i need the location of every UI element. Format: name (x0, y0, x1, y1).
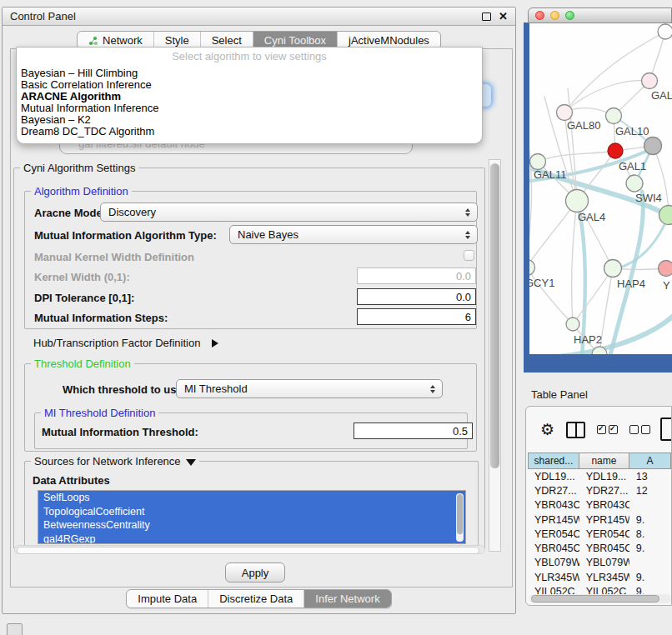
network-node[interactable] (644, 138, 662, 155)
aracne-mode-value: Discovery (101, 206, 461, 218)
table-row[interactable]: YLR345WYLR345W9. (528, 570, 671, 584)
split-columns-icon[interactable] (566, 422, 585, 438)
node-label: GCY1 (529, 277, 554, 289)
network-node-hap4[interactable] (604, 260, 622, 278)
algorithm-definition-legend: Algorithm Definition (31, 185, 132, 198)
stepper-arrows-icon (461, 208, 474, 217)
data-attributes-list[interactable]: SelfLoopsTopologicalCoefficientBetweenne… (38, 490, 466, 544)
table-cell: YPR145W (579, 512, 629, 527)
table-cell: YLR345W (528, 570, 579, 584)
table-row[interactable]: YER054CYER054C8. (528, 527, 671, 541)
algorithm-option[interactable]: Mutual Information Inference (17, 102, 482, 114)
dpi-tolerance-input[interactable]: 0.0 (357, 288, 476, 305)
algorithm-definition-group: Algorithm Definition Aracne Mode: Discov… (24, 191, 477, 329)
network-node-swi4[interactable] (626, 175, 643, 192)
close-traffic-light[interactable] (535, 11, 544, 20)
network-edge (529, 123, 532, 268)
float-window-icon[interactable] (482, 12, 491, 21)
network-node-gal11[interactable] (530, 154, 546, 170)
algorithm-option[interactable]: Bayesian – K2 (17, 114, 482, 126)
table-horizontal-scrollbar[interactable] (529, 594, 671, 603)
table-cell: YLR345W (579, 570, 629, 584)
table-cell: YPR145W (528, 512, 579, 527)
network-node-y[interactable] (659, 261, 672, 277)
table-cell: YBL079W (579, 556, 629, 570)
deselect-all-columns-icon[interactable] (629, 425, 650, 434)
node-label: GAL11 (534, 168, 567, 181)
zoom-traffic-light[interactable] (565, 11, 574, 20)
mi-type-combo[interactable]: Naive Bayes (229, 225, 478, 244)
hub-definition-label: Hub/Transcription Factor Definition (33, 337, 200, 349)
attribute-item[interactable]: TopologicalCoefficient (38, 505, 465, 519)
table-row[interactable]: YIL052CYIL052C9. (528, 584, 671, 594)
sources-legend[interactable]: Sources for Network Inference (31, 455, 199, 468)
network-node-gal80[interactable] (557, 105, 573, 121)
close-icon[interactable]: ✕ (499, 12, 508, 21)
attribute-item[interactable]: gal4RGexp (38, 532, 465, 545)
algorithm-option[interactable]: Bayesian – Hill Climbing (17, 68, 482, 79)
table-cell: YDL19... (528, 469, 579, 483)
attribute-item[interactable]: SelfLoops (38, 491, 465, 505)
algorithm-option[interactable]: Dream8 DC_TDC Algorithm (17, 126, 482, 138)
column-header[interactable]: name (579, 452, 629, 469)
settings-group-legend: Cyni Algorithm Settings (20, 162, 138, 174)
settings-horizontal-scrollbar[interactable] (14, 545, 485, 554)
manual-kernel-checkbox[interactable] (464, 250, 474, 261)
table-cell: YDL19... (579, 469, 629, 483)
mi-steps-input[interactable]: 6 (357, 308, 476, 325)
mi-type-label: Mutual Information Algorithm Type: (34, 229, 217, 242)
network-node[interactable] (659, 206, 672, 225)
which-threshold-combo[interactable]: MI Threshold (176, 379, 443, 398)
kernel-width-input[interactable]: 0.0 (357, 268, 476, 284)
minimize-traffic-light[interactable] (550, 11, 559, 20)
network-node-gal10[interactable] (606, 108, 622, 124)
attribute-item[interactable]: BetweennessCentrality (38, 518, 465, 532)
column-header[interactable]: shared... (528, 452, 579, 469)
table-row[interactable]: YDR27...YDR27...12 (528, 483, 671, 498)
node-label: HAP2 (574, 333, 602, 346)
network-node[interactable] (658, 24, 672, 39)
settings-vertical-scrollbar[interactable] (489, 159, 501, 552)
cyni-bottom-tabbar: Impute DataDiscretize DataInfer Network (3, 589, 515, 608)
table-cell: YBR045C (528, 541, 579, 555)
aracne-mode-combo[interactable]: Discovery (100, 202, 478, 222)
network-node-gal1[interactable] (608, 143, 623, 158)
table-row[interactable]: YBR045CYBR045C9. (528, 541, 671, 555)
tab-impute-data[interactable]: Impute Data (127, 590, 208, 608)
tab-discretize-data[interactable]: Discretize Data (208, 590, 304, 608)
algorithm-option[interactable]: ARACNE Algorithm (17, 91, 482, 102)
network-canvas-area[interactable]: GALGAL80GAL10GAL1GAL11SWI4GAL4GCY1HAP4YH… (529, 23, 672, 354)
bottom-corner-widget[interactable] (7, 623, 23, 635)
export-table-icon[interactable] (660, 418, 672, 441)
apply-button[interactable]: Apply (225, 562, 285, 582)
table-row[interactable]: YDL19...YDL19...13 (528, 469, 671, 483)
attributes-list-scrollbar[interactable] (456, 493, 464, 542)
table-header-row: shared...nameA (528, 452, 671, 469)
mi-threshold-input[interactable]: 0.5 (354, 422, 473, 439)
gear-icon[interactable]: ⚙ (540, 422, 554, 438)
threshold-definition-group: Threshold Definition Which threshold to … (24, 363, 477, 452)
table-cell: YDR27... (528, 483, 579, 498)
select-all-columns-icon[interactable] (597, 425, 618, 434)
algorithm-dropdown-list: Select algorithm to view settings Bayesi… (16, 47, 483, 144)
network-tab-icon (88, 36, 98, 46)
network-node-gal[interactable] (642, 73, 658, 89)
hub-definition-toggle[interactable]: Hub/Transcription Factor Definition (33, 335, 218, 350)
data-attributes-label: Data Attributes (33, 474, 110, 487)
network-node-gcy1[interactable] (529, 260, 535, 276)
network-node-hap2[interactable] (566, 318, 579, 331)
table-cell: YBL079W (528, 556, 579, 570)
algorithm-dropdown-placeholder: Select algorithm to view settings (17, 48, 482, 68)
table-row[interactable]: YBR043CYBR043C (528, 498, 671, 512)
column-header[interactable]: A (629, 452, 671, 469)
algorithm-option[interactable]: Basic Correlation Inference (17, 79, 482, 91)
table-row[interactable]: YBL079WYBL079W (528, 556, 671, 570)
tab-infer-network[interactable]: Infer Network (304, 590, 390, 608)
table-panel: ⚙ shared...nameA YDL19...YDL19...13YDR27… (525, 406, 672, 606)
network-node-gal4[interactable] (566, 190, 589, 212)
node-label: GAL80 (567, 119, 600, 132)
node-label: SWI4 (635, 192, 662, 204)
table-row[interactable]: YPR145WYPR145W9. (528, 512, 671, 527)
network-canvas[interactable]: GALGAL80GAL10GAL1GAL11SWI4GAL4GCY1HAP4YH… (529, 23, 672, 354)
table-cell: YBR043C (579, 498, 629, 512)
